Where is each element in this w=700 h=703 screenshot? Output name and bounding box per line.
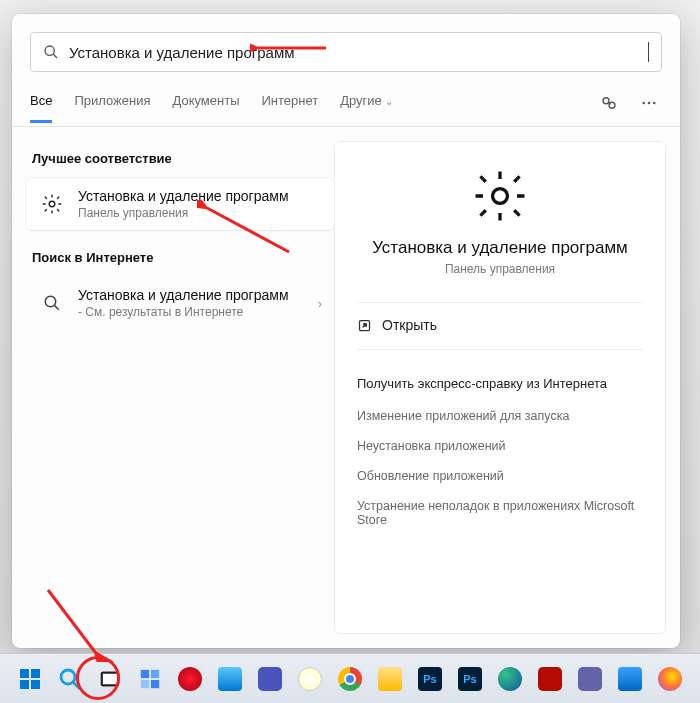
svg-point-8 bbox=[45, 296, 56, 307]
taskbar-app-chrome[interactable] bbox=[335, 664, 365, 694]
tab-web[interactable]: Интернет bbox=[261, 93, 318, 123]
svg-rect-18 bbox=[102, 672, 119, 685]
tab-apps[interactable]: Приложения bbox=[74, 93, 150, 123]
gear-icon bbox=[38, 190, 66, 218]
tab-documents[interactable]: Документы bbox=[172, 93, 239, 123]
paint-icon bbox=[298, 667, 322, 691]
chrome-icon bbox=[338, 667, 362, 691]
ellipsis-icon bbox=[640, 94, 658, 112]
svg-line-17 bbox=[73, 682, 80, 689]
search-options-button[interactable] bbox=[596, 90, 622, 116]
preview-subtitle: Панель управления bbox=[445, 262, 555, 276]
svg-line-1 bbox=[53, 54, 57, 58]
help-header: Получить экспресс-справку из Интернета bbox=[357, 376, 643, 391]
taskbar-app-explorer[interactable] bbox=[215, 664, 245, 694]
result-web-search[interactable]: Установка и удаление программ - См. резу… bbox=[26, 277, 334, 329]
result-text: Установка и удаление программ Панель упр… bbox=[78, 188, 322, 220]
taskbar-taskview-button[interactable] bbox=[95, 664, 125, 694]
taskbar-app-files[interactable] bbox=[375, 664, 405, 694]
help-link-troubleshoot-store[interactable]: Устранение неполадок в приложениях Micro… bbox=[357, 491, 643, 535]
start-search-panel: Все Приложения Документы Интернет Другие… bbox=[12, 14, 680, 648]
divider bbox=[357, 302, 643, 303]
svg-point-10 bbox=[493, 189, 508, 204]
results-column: Лучшее соответствие Установка и удаление… bbox=[12, 127, 334, 648]
result-text: Установка и удаление программ - См. резу… bbox=[78, 287, 318, 319]
search-icon bbox=[38, 289, 66, 317]
svg-rect-23 bbox=[151, 679, 159, 687]
web-search-header: Поиск в Интернете bbox=[26, 240, 334, 277]
taskbar-widgets-button[interactable] bbox=[135, 664, 165, 694]
folder-icon bbox=[378, 667, 402, 691]
svg-rect-22 bbox=[141, 679, 149, 687]
help-link-startup-apps[interactable]: Изменение приложений для запуска bbox=[357, 401, 643, 431]
open-label: Открыть bbox=[382, 317, 437, 333]
taskbar-search-button[interactable] bbox=[55, 664, 85, 694]
chat-icon bbox=[258, 667, 282, 691]
taskbar: Ps Ps bbox=[0, 653, 700, 703]
divider bbox=[357, 349, 643, 350]
filter-tabs: Все Приложения Документы Интернет Другие… bbox=[30, 93, 596, 123]
open-action[interactable]: Открыть bbox=[357, 315, 643, 335]
taskbar-app-ps1[interactable]: Ps bbox=[415, 664, 445, 694]
svg-point-0 bbox=[45, 46, 54, 55]
taskbar-start-button[interactable] bbox=[15, 664, 45, 694]
taskbar-app-photos[interactable] bbox=[615, 664, 645, 694]
panel-body: Лучшее соответствие Установка и удаление… bbox=[12, 127, 680, 648]
widgets-icon bbox=[139, 668, 161, 690]
result-subtitle: Панель управления bbox=[78, 206, 322, 220]
preview-pane: Установка и удаление программ Панель упр… bbox=[334, 141, 666, 634]
svg-point-16 bbox=[61, 670, 75, 684]
filter-tabs-row: Все Приложения Документы Интернет Другие… bbox=[12, 72, 680, 127]
firefox-icon bbox=[658, 667, 682, 691]
chevron-down-icon: ⌄ bbox=[385, 96, 393, 107]
taskbar-app-ps2[interactable]: Ps bbox=[455, 664, 485, 694]
open-icon bbox=[357, 318, 372, 333]
result-title: Установка и удаление программ bbox=[78, 287, 318, 303]
acrobat-icon bbox=[538, 667, 562, 691]
windows-icon bbox=[18, 667, 42, 691]
photos-icon bbox=[618, 667, 642, 691]
result-best-match[interactable]: Установка и удаление программ Панель упр… bbox=[26, 178, 334, 230]
svg-rect-15 bbox=[31, 680, 40, 689]
result-title: Установка и удаление программ bbox=[78, 188, 322, 204]
search-input[interactable] bbox=[69, 44, 648, 61]
snip-icon bbox=[578, 667, 602, 691]
taskbar-app-snip[interactable] bbox=[575, 664, 605, 694]
chevron-right-icon: › bbox=[318, 296, 322, 311]
edge-icon bbox=[498, 667, 522, 691]
taskbar-app-chat[interactable] bbox=[255, 664, 285, 694]
taskbar-app-edge[interactable] bbox=[495, 664, 525, 694]
svg-rect-20 bbox=[141, 669, 149, 677]
preview-header: Установка и удаление программ Панель упр… bbox=[357, 142, 643, 290]
tab-more-label: Другие bbox=[340, 93, 382, 108]
help-link-uninstall-apps[interactable]: Неустановка приложений bbox=[357, 431, 643, 461]
svg-point-4 bbox=[642, 102, 645, 105]
preview-title: Установка и удаление программ bbox=[372, 238, 628, 258]
svg-rect-12 bbox=[20, 669, 29, 678]
opera-icon bbox=[178, 667, 202, 691]
help-link-update-apps[interactable]: Обновление приложений bbox=[357, 461, 643, 491]
taskbar-app-opera[interactable] bbox=[175, 664, 205, 694]
svg-rect-21 bbox=[151, 669, 159, 677]
search-icon bbox=[58, 667, 82, 691]
text-caret bbox=[648, 42, 649, 62]
link-icon bbox=[600, 94, 618, 112]
svg-line-9 bbox=[55, 306, 59, 310]
svg-point-5 bbox=[648, 102, 651, 105]
svg-rect-14 bbox=[20, 680, 29, 689]
tab-more[interactable]: Другие⌄ bbox=[340, 93, 393, 123]
photoshop-icon: Ps bbox=[418, 667, 442, 691]
result-subtitle: - См. результаты в Интернете bbox=[78, 305, 318, 319]
taskbar-app-firefox[interactable] bbox=[655, 664, 685, 694]
search-box[interactable] bbox=[30, 32, 662, 72]
more-button[interactable] bbox=[636, 90, 662, 116]
svg-point-7 bbox=[49, 201, 55, 207]
search-icon bbox=[43, 44, 59, 60]
tab-all[interactable]: Все bbox=[30, 93, 52, 123]
explorer-icon bbox=[218, 667, 242, 691]
taskbar-app-paint[interactable] bbox=[295, 664, 325, 694]
taskview-icon bbox=[99, 668, 121, 690]
search-row bbox=[12, 14, 680, 72]
photoshop-icon: Ps bbox=[458, 667, 482, 691]
taskbar-app-acrobat[interactable] bbox=[535, 664, 565, 694]
